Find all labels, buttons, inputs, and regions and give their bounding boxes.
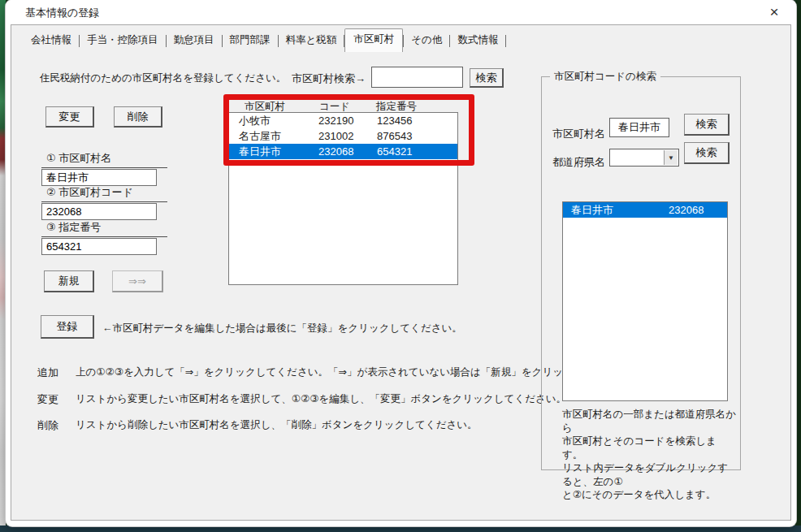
tab-separator [505,35,506,47]
city-code-label: ② 市区町村コード [41,185,167,202]
city-code-search-title: 市区町村コードの検索 [550,70,660,84]
change-button[interactable]: 変更 [45,106,94,128]
designation-number-label: ③ 指定番号 [41,220,167,237]
help-term-delete: 削除 [37,418,58,433]
result-row-selected[interactable]: 春日井市 232068 [563,202,727,218]
tab-departments[interactable]: 部門部課 [223,30,278,51]
title-bar: 基本情報の登録 × [6,0,796,24]
tab-allowance-deduction[interactable]: 手当・控除項目 [80,30,166,51]
tab-rates-taxes[interactable]: 料率と税額 [279,30,344,51]
search-city-button[interactable]: 検索 [684,114,730,136]
register-button[interactable]: 登録 [41,315,94,339]
tab-strip: 会社情報 手当・控除項目 勤怠項目 部門部課 料率と税額 市区町村 その他 数式… [24,30,506,51]
background-right-strip [796,0,801,526]
field-designation-number: ③ 指定番号 [41,220,167,255]
register-note: ←市区町村データを編集した場合は最後に「登録」をクリックしてください。 [102,322,462,335]
arrow-button[interactable]: ⇒⇒ [112,270,163,292]
city-name-label: ① 市区町村名 [41,151,167,168]
cell-number: 654321 [377,144,457,159]
table-row[interactable]: 名古屋市 231002 876543 [229,128,457,144]
help-term-change: 変更 [37,392,58,407]
form-area: 会社情報 手当・控除項目 勤怠項目 部門部課 料率と税額 市区町村 その他 数式… [11,24,791,521]
background-bottom-strip [0,526,801,532]
tab-other[interactable]: その他 [404,30,449,51]
help-desc-delete: リストから削除したい市区町村名を選択し、「削除」ボタンをクリックしてください。 [76,418,478,432]
delete-button[interactable]: 削除 [114,106,162,128]
municipality-listbox[interactable]: 小牧市 232190 123456 名古屋市 231002 876543 春日井… [228,112,458,285]
tab-formula-info[interactable]: 数式情報 [450,30,505,51]
search-city-input[interactable] [609,118,669,137]
cell-number: 123456 [377,113,457,128]
search-prefecture-button[interactable]: 検索 [684,142,730,164]
cell-code: 232068 [318,144,377,159]
help-term-add: 追加 [37,365,58,380]
cell-city: 名古屋市 [239,128,318,144]
tab-company-info[interactable]: 会社情報 [24,30,79,51]
designation-number-input[interactable] [41,238,157,255]
close-icon[interactable]: × [760,2,788,23]
municipality-search-label: 市区町村検索→ [292,71,366,86]
background-left-strip [0,0,6,532]
cell-code: 231002 [318,128,377,144]
table-row[interactable]: 小牧市 232190 123456 [229,113,457,128]
instruction-text: 住民税納付のための市区町村名を登録してください。 [40,71,286,85]
search-result-listbox[interactable]: 春日井市 232068 [562,201,728,401]
cell-city: 小牧市 [239,113,318,128]
cell-city: 春日井市 [239,144,318,159]
city-code-search-panel: 市区町村コードの検索 市区町村名 検索 都道府県名 ▼ 検索 春日井市 2320… [541,76,741,470]
new-button[interactable]: 新規 [44,270,94,292]
field-city-code: ② 市区町村コード [41,185,167,220]
chevron-down-icon[interactable]: ▼ [664,150,678,165]
table-row-selected[interactable]: 春日井市 232068 654321 [229,144,457,159]
cell-code: 232068 [669,202,727,218]
search-help-note: 市区町村名の一部または都道府県名から 市区町村とそのコードを検索します。 リスト… [562,408,736,502]
dialog-window: 基本情報の登録 × 会社情報 手当・控除項目 勤怠項目 部門部課 料率と税額 市… [6,0,796,526]
tab-attendance[interactable]: 勤怠項目 [167,30,222,51]
desktop-background: 基本情報の登録 × 会社情報 手当・控除項目 勤怠項目 部門部課 料率と税額 市… [0,0,801,532]
search-city-label: 市区町村名 [552,127,605,141]
cell-code: 232190 [318,113,377,128]
municipality-search-button[interactable]: 検索 [470,68,504,88]
cell-city: 春日井市 [571,202,669,218]
help-desc-change: リストから変更したい市区町村名を選択して、①②③を編集し、「変更」ボタンをクリッ… [76,392,566,406]
field-city-name: ① 市区町村名 [41,151,167,186]
city-name-input[interactable] [41,169,157,186]
window-title: 基本情報の登録 [25,6,99,20]
city-code-input[interactable] [41,203,157,220]
tab-municipality[interactable]: 市区町村 [344,28,403,52]
help-desc-add: 上の①②③を入力して「⇒」をクリックしてください。「⇒」が表示されていない場合は… [76,365,615,379]
cell-number: 876543 [377,128,457,144]
prefecture-label: 都道府県名 [552,155,605,170]
prefecture-dropdown[interactable]: ▼ [609,149,679,167]
municipality-search-input[interactable] [371,67,463,88]
